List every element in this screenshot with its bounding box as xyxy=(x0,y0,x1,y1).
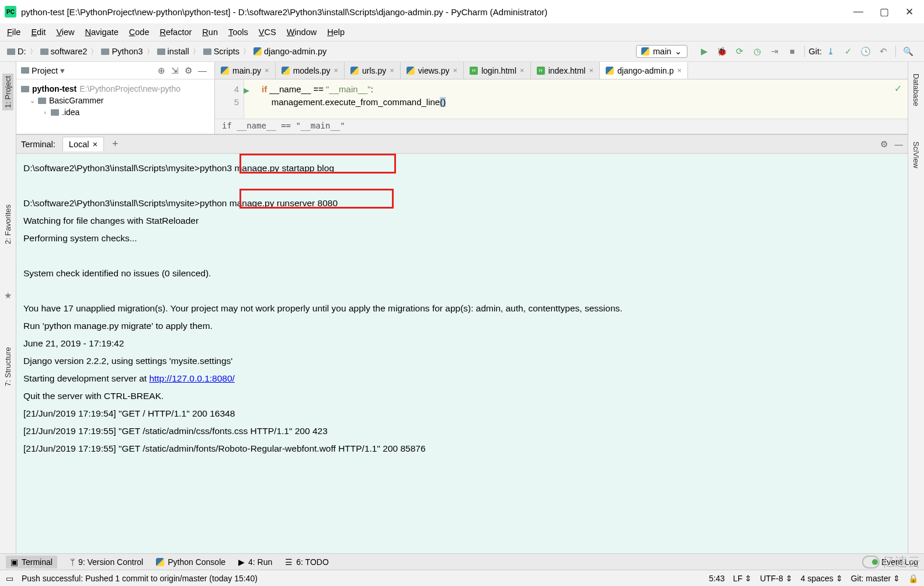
chevron-up-down-icon: ⇕ xyxy=(836,574,843,583)
expand-icon[interactable]: ⌄ xyxy=(29,97,35,105)
menu-run[interactable]: Run xyxy=(202,27,218,37)
menu-help[interactable]: Help xyxy=(327,27,345,37)
run-config-selector[interactable]: main ⌄ xyxy=(636,45,687,58)
crumb-folder[interactable]: Scripts xyxy=(203,47,239,56)
crumb-drive[interactable]: D: xyxy=(7,47,26,56)
rail-tab-sciview[interactable]: SciView xyxy=(912,141,920,168)
html-icon: H xyxy=(537,67,545,75)
editor-tab[interactable]: main.py× xyxy=(215,62,276,79)
editor-tab[interactable]: Hindex.html× xyxy=(531,62,600,79)
editor-tab[interactable]: urls.py× xyxy=(345,62,401,79)
profile-button[interactable]: ◷ xyxy=(751,45,763,58)
tool-todo[interactable]: ☰6: TODO xyxy=(285,557,329,567)
rail-tab-structure[interactable]: 7: Structure xyxy=(4,347,12,386)
project-pane: Project ▾ ⊕ ⇲ ⚙ — python-test E:\PythonP… xyxy=(16,62,215,134)
crumb-file[interactable]: django-admin.py xyxy=(253,47,326,56)
stop-button[interactable]: ■ xyxy=(786,45,798,58)
expand-icon[interactable]: › xyxy=(42,109,48,116)
debug-button[interactable]: 🐞 xyxy=(715,45,728,58)
editor-tab[interactable]: views.py× xyxy=(401,62,464,79)
chevron-down-icon: ⌄ xyxy=(675,47,682,56)
folder-icon xyxy=(203,48,211,55)
rail-tab-project[interactable]: 1: Project xyxy=(2,74,13,110)
terminal-body[interactable]: D:\software2\Python3\install\Scripts\mys… xyxy=(16,154,908,553)
git-revert-button[interactable]: ↶ xyxy=(877,45,890,58)
menu-tools[interactable]: Tools xyxy=(228,27,248,37)
run-gutter-icon[interactable]: ▶ xyxy=(244,84,249,97)
collapse-icon[interactable]: ⇲ xyxy=(171,65,179,76)
menubar: File Edit View Navigate Code Refactor Ru… xyxy=(0,23,924,41)
git-history-button[interactable]: 🕓 xyxy=(859,45,872,58)
run-button[interactable]: ▶ xyxy=(698,45,711,58)
crumb-folder[interactable]: install xyxy=(157,47,189,56)
minimize-icon[interactable]: — xyxy=(853,6,863,18)
project-pane-title[interactable]: Project xyxy=(32,66,58,75)
status-line-separator[interactable]: LF ⇕ xyxy=(733,574,752,583)
editor-tab[interactable]: Hlogin.html× xyxy=(464,62,531,79)
chevron-down-icon[interactable]: ▾ xyxy=(60,66,65,75)
menu-file[interactable]: File xyxy=(7,27,20,37)
close-tab-icon[interactable]: × xyxy=(265,66,269,75)
crumb-folder[interactable]: Python3 xyxy=(101,47,143,56)
close-tab-icon[interactable]: × xyxy=(390,66,394,75)
hide-icon[interactable]: — xyxy=(895,140,904,149)
locate-icon[interactable]: ⊕ xyxy=(158,65,165,76)
attach-button[interactable]: ⇥ xyxy=(768,45,781,58)
status-indent[interactable]: 4 spaces ⇕ xyxy=(801,574,843,583)
add-terminal-button[interactable]: + xyxy=(112,138,119,150)
close-icon[interactable]: ✕ xyxy=(905,6,913,18)
git-update-button[interactable]: ⤓ xyxy=(824,45,837,58)
terminal-output: Quit the server with CTRL-BREAK. xyxy=(23,387,901,405)
maximize-icon[interactable]: ▢ xyxy=(880,6,889,18)
tree-item[interactable]: ⌄ BasicGrammer xyxy=(21,95,210,106)
chevron-up-down-icon: ⇕ xyxy=(893,574,900,583)
menu-edit[interactable]: Edit xyxy=(31,27,46,37)
search-everywhere-button[interactable]: 🔍 xyxy=(902,45,915,58)
gear-icon[interactable]: ⚙ xyxy=(185,65,192,76)
tool-terminal[interactable]: ▣Terminal xyxy=(6,556,57,568)
tool-run[interactable]: ▶4: Run xyxy=(238,557,272,567)
lock-icon[interactable]: 🔒 xyxy=(908,574,918,583)
status-git-branch[interactable]: Git: master ⇕ xyxy=(851,574,900,583)
tool-event-log[interactable]: Event Log xyxy=(872,557,918,567)
status-caret-pos[interactable]: 5:43 xyxy=(709,574,725,583)
tree-item[interactable]: › .idea xyxy=(21,106,210,118)
git-commit-button[interactable]: ✓ xyxy=(842,45,854,58)
code-editor[interactable]: 4▶ 5 if __name__ == "__main__": manageme… xyxy=(215,79,908,134)
code-breadcrumb[interactable]: if __name__ == "__main__" xyxy=(215,119,908,134)
menu-code[interactable]: Code xyxy=(129,27,150,37)
close-tab-icon[interactable]: × xyxy=(453,66,458,75)
menu-view[interactable]: View xyxy=(56,27,74,37)
tool-vcs[interactable]: ᛘ9: Version Control xyxy=(70,557,143,567)
close-tab-icon[interactable]: × xyxy=(678,66,682,75)
close-tab-icon[interactable]: × xyxy=(520,66,524,75)
gear-icon[interactable]: ⚙ xyxy=(880,140,888,149)
editor-tab-active[interactable]: django-admin.p× xyxy=(600,62,688,79)
crumb-folder[interactable]: software2 xyxy=(40,47,88,56)
folder-icon xyxy=(21,86,29,92)
close-tab-icon[interactable]: × xyxy=(334,66,338,75)
python-icon xyxy=(221,67,229,75)
annotation-box xyxy=(239,189,394,209)
rail-tab-favorites[interactable]: 2: Favorites xyxy=(4,204,12,244)
terminal-tab[interactable]: Local× xyxy=(62,137,104,151)
status-encoding[interactable]: UTF-8 ⇕ xyxy=(760,574,793,583)
chevron-right-icon: 〉 xyxy=(193,47,200,57)
menu-vcs[interactable]: VCS xyxy=(259,27,276,37)
run-coverage-button[interactable]: ⟳ xyxy=(733,45,746,58)
rail-tab-database[interactable]: Database xyxy=(912,74,920,106)
menu-window[interactable]: Window xyxy=(287,27,317,37)
hide-icon[interactable]: — xyxy=(198,65,207,75)
close-tab-icon[interactable]: × xyxy=(93,140,98,149)
app-icon: PC xyxy=(5,6,16,18)
editor-tab[interactable]: models.py× xyxy=(276,62,345,79)
menu-refactor[interactable]: Refactor xyxy=(160,27,192,37)
terminal-prompt: D:\software2\Python3\install\Scripts\mys… xyxy=(23,163,200,173)
menu-navigate[interactable]: Navigate xyxy=(85,27,119,37)
terminal-link[interactable]: http://127.0.0.1:8080/ xyxy=(149,373,235,383)
inspection-ok-icon[interactable]: ✓ xyxy=(894,83,902,94)
python-icon xyxy=(350,67,359,75)
tree-root[interactable]: python-test E:\PythonProject\new-pytho xyxy=(21,83,210,95)
tool-python-console[interactable]: Python Console xyxy=(156,557,225,567)
close-tab-icon[interactable]: × xyxy=(589,66,593,75)
